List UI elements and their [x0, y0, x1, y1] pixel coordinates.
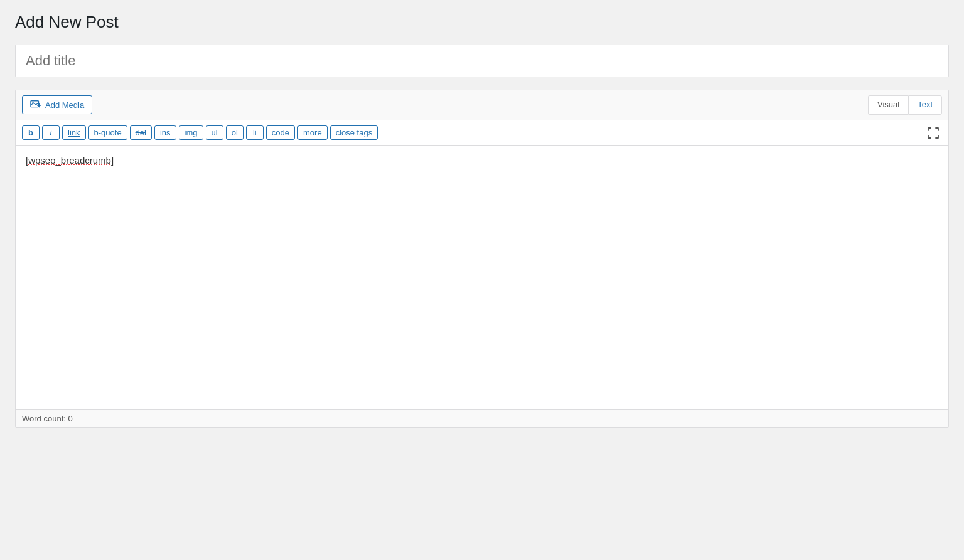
- title-input-wrapper: [15, 45, 949, 77]
- tab-text[interactable]: Text: [908, 95, 942, 115]
- format-btn-b[interactable]: b: [22, 125, 40, 140]
- page-title: Add New Post: [15, 13, 949, 32]
- format-btn-code[interactable]: code: [266, 125, 295, 140]
- format-btn-link[interactable]: link: [62, 125, 86, 140]
- format-btn-del[interactable]: del: [130, 125, 152, 140]
- format-btn-ul[interactable]: ul: [206, 125, 223, 140]
- format-buttons-group: b i link b-quote del ins img ul ol li co…: [22, 125, 378, 140]
- tab-visual[interactable]: Visual: [868, 95, 908, 115]
- format-btn-close-tags[interactable]: close tags: [330, 125, 378, 140]
- format-btn-ins[interactable]: ins: [154, 125, 176, 140]
- editor-shortcode-text: [wpseo_breadcrumb]: [26, 155, 114, 166]
- format-btn-bquote[interactable]: b-quote: [88, 125, 127, 140]
- format-buttons-row: b i link b-quote del ins img ul ol li co…: [16, 120, 948, 146]
- format-btn-ol[interactable]: ol: [226, 125, 244, 140]
- word-count-value: 0: [68, 414, 72, 423]
- editor-toolbar-top: Add Media Visual Text: [16, 90, 948, 120]
- fullscreen-icon: [927, 127, 940, 139]
- editor-content-area[interactable]: [wpseo_breadcrumb]: [16, 146, 948, 409]
- format-btn-li[interactable]: li: [246, 125, 264, 140]
- format-btn-more[interactable]: more: [297, 125, 328, 140]
- format-btn-img[interactable]: img: [179, 125, 203, 140]
- add-media-icon: [30, 99, 41, 110]
- format-btn-i[interactable]: i: [42, 125, 60, 140]
- fullscreen-button[interactable]: [924, 124, 942, 142]
- post-title-input[interactable]: [16, 45, 948, 77]
- view-tabs: Visual Text: [868, 95, 942, 115]
- add-media-label: Add Media: [45, 100, 84, 110]
- word-count-label: Word count:: [22, 414, 66, 423]
- editor-wrapper: Add Media Visual Text b i link b-quote d…: [15, 90, 949, 428]
- add-media-button[interactable]: Add Media: [22, 95, 92, 114]
- editor-footer: Word count: 0: [16, 409, 948, 427]
